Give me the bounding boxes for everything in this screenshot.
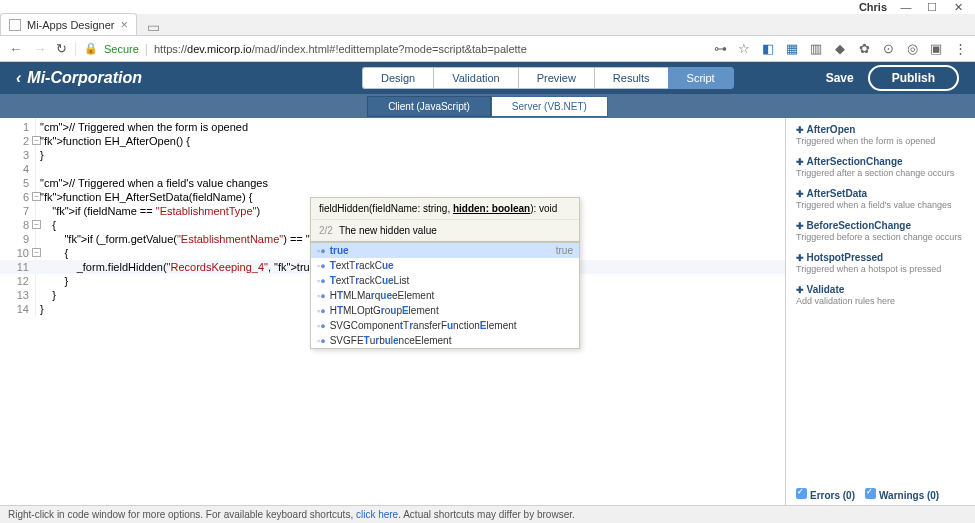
autocomplete-item[interactable]: ◦●HTMLMarqueeElement (311, 288, 579, 303)
code-line[interactable]: } (40, 288, 323, 302)
browser-tab[interactable]: Mi-Apps Designer × (0, 13, 137, 35)
publish-button[interactable]: Publish (868, 65, 959, 91)
warnings-toggle[interactable]: Warnings (0) (865, 488, 939, 501)
url-text: https://dev.micorp.io/mad/index.html#!ed… (154, 43, 527, 55)
code-editor[interactable]: 12−3456−78−910−11121314 "cm">// Triggere… (0, 118, 785, 505)
code-body[interactable]: "cm">// Triggered when the form is opene… (40, 120, 323, 316)
tab-validation[interactable]: Validation (433, 67, 518, 89)
line-number: 7 (0, 204, 35, 218)
signature-active-param: hidden: boolean (453, 203, 530, 214)
window-maximize-button[interactable]: ☐ (925, 1, 939, 14)
signature-counter: 2/2 (319, 225, 333, 236)
line-number: 14 (0, 302, 35, 316)
tab-preview[interactable]: Preview (518, 67, 594, 89)
brand-back-icon[interactable]: ‹ (16, 69, 21, 87)
window-close-button[interactable]: ✕ (951, 1, 965, 14)
reload-button[interactable]: ↻ (56, 41, 67, 56)
code-line[interactable]: "fk">if (fieldName == "EstablishmentType… (40, 204, 323, 218)
line-number: 12 (0, 274, 35, 288)
palette-item[interactable]: BeforeSectionChangeTriggered before a se… (796, 220, 965, 242)
back-button[interactable]: ← (8, 41, 24, 57)
key-icon[interactable]: ⊶ (713, 41, 727, 56)
autocomplete-item[interactable]: ◦●SVGFETurbulenceElement (311, 333, 579, 348)
palette-item-desc: Triggered when a hotspot is pressed (796, 264, 965, 274)
autocomplete-item[interactable]: ◦●SVGComponentTransferFunctionElement (311, 318, 579, 333)
signature-text: fieldHidden(fieldName: string, (319, 203, 453, 214)
star-icon[interactable]: ☆ (737, 41, 751, 56)
tab-client-js[interactable]: Client (JavaScript) (367, 96, 491, 117)
new-tab-button[interactable]: ▭ (141, 19, 166, 35)
errors-toggle[interactable]: Errors (0) (796, 488, 855, 501)
code-line[interactable]: "fk">if (_form.getValue("EstablishmentNa… (40, 232, 323, 246)
palette-item-title: AfterSetData (796, 188, 965, 199)
code-line[interactable]: } (40, 274, 323, 288)
brand-name: Mi-Corporation (27, 69, 142, 87)
extension-icon[interactable]: ◎ (905, 41, 919, 56)
autocomplete-item[interactable]: ◦●TextTrackCueList (311, 273, 579, 288)
line-number: 6− (0, 190, 35, 204)
line-number: 4 (0, 162, 35, 176)
line-number: 13 (0, 288, 35, 302)
autocomplete-item[interactable]: ◦●TextTrackCue (311, 258, 579, 273)
code-line[interactable]: "fk">function EH_AfterSetData(fieldName)… (40, 190, 323, 204)
code-line[interactable]: } (40, 302, 323, 316)
line-number: 1 (0, 120, 35, 134)
extension-icon[interactable]: ◆ (833, 41, 847, 56)
extension-icon[interactable]: ⊙ (881, 41, 895, 56)
code-line[interactable]: "cm">// Triggered when a field's value c… (40, 176, 323, 190)
browser-toolbar: ← → ↻ 🔒 Secure | https://dev.micorp.io/m… (0, 36, 975, 62)
palette-item[interactable]: AfterSectionChangeTriggered after a sect… (796, 156, 965, 178)
tab-design[interactable]: Design (362, 67, 433, 89)
checkbox-icon (865, 488, 876, 499)
code-line[interactable]: } (40, 148, 323, 162)
line-number: 5 (0, 176, 35, 190)
bullet-icon: ◦● (317, 291, 326, 301)
line-number: 8− (0, 218, 35, 232)
browser-extension-icons: ⊶ ☆ ◧ ▦ ▥ ◆ ✿ ⊙ ◎ ▣ ⋮ (713, 41, 967, 56)
code-line[interactable]: { (40, 246, 323, 260)
line-number: 2− (0, 134, 35, 148)
shortcuts-link[interactable]: click here (356, 509, 398, 520)
save-button[interactable]: Save (826, 71, 854, 85)
palette-item-desc: Add validation rules here (796, 296, 965, 306)
tab-server-vbnet[interactable]: Server (VB.NET) (491, 96, 608, 117)
line-number: 3 (0, 148, 35, 162)
code-line[interactable]: "fk">function EH_AfterOpen() { (40, 134, 323, 148)
tab-results[interactable]: Results (594, 67, 668, 89)
menu-icon[interactable]: ⋮ (953, 41, 967, 56)
bullet-icon: ◦● (317, 246, 326, 256)
cast-icon[interactable]: ▣ (929, 41, 943, 56)
forward-button[interactable]: → (32, 41, 48, 57)
code-line[interactable]: _form.fieldHidden("RecordsKeeping_4", "f… (40, 260, 323, 274)
event-palette: AfterOpenTriggered when the form is open… (785, 118, 975, 505)
bullet-icon: ◦● (317, 276, 326, 286)
signature-description: The new hidden value (339, 225, 437, 236)
code-line[interactable]: "cm">// Triggered when the form is opene… (40, 120, 323, 134)
bullet-icon: ◦● (317, 321, 326, 331)
os-user: Chris (859, 1, 887, 13)
browser-tabstrip: Mi-Apps Designer × ▭ (0, 14, 975, 36)
code-line[interactable] (40, 162, 323, 176)
palette-item-title: Validate (796, 284, 965, 295)
address-bar[interactable]: 🔒 Secure | https://dev.micorp.io/mad/ind… (75, 42, 705, 56)
palette-item[interactable]: AfterOpenTriggered when the form is open… (796, 124, 965, 146)
close-tab-icon[interactable]: × (120, 17, 128, 32)
tab-script[interactable]: Script (668, 67, 734, 89)
palette-item-title: AfterSectionChange (796, 156, 965, 167)
autocomplete-item[interactable]: ◦●HTMLOptGroupElement (311, 303, 579, 318)
extension-icon[interactable]: ◧ (761, 41, 775, 56)
secure-label: Secure (104, 43, 139, 55)
brand[interactable]: ‹ Mi-Corporation (16, 69, 142, 87)
autocomplete-item[interactable]: ◦●truetrue (311, 243, 579, 258)
extension-icon[interactable]: ✿ (857, 41, 871, 56)
autocomplete-popup[interactable]: ◦●truetrue◦●TextTrackCue◦●TextTrackCueLi… (310, 242, 580, 349)
extension-icon[interactable]: ▥ (809, 41, 823, 56)
palette-item[interactable]: ValidateAdd validation rules here (796, 284, 965, 306)
bullet-icon: ◦● (317, 336, 326, 346)
extension-icon[interactable]: ▦ (785, 41, 799, 56)
palette-item-desc: Triggered after a section change occurs (796, 168, 965, 178)
palette-item[interactable]: HotspotPressedTriggered when a hotspot i… (796, 252, 965, 274)
window-minimize-button[interactable]: — (899, 1, 913, 13)
code-line[interactable]: { (40, 218, 323, 232)
palette-item[interactable]: AfterSetDataTriggered when a field's val… (796, 188, 965, 210)
